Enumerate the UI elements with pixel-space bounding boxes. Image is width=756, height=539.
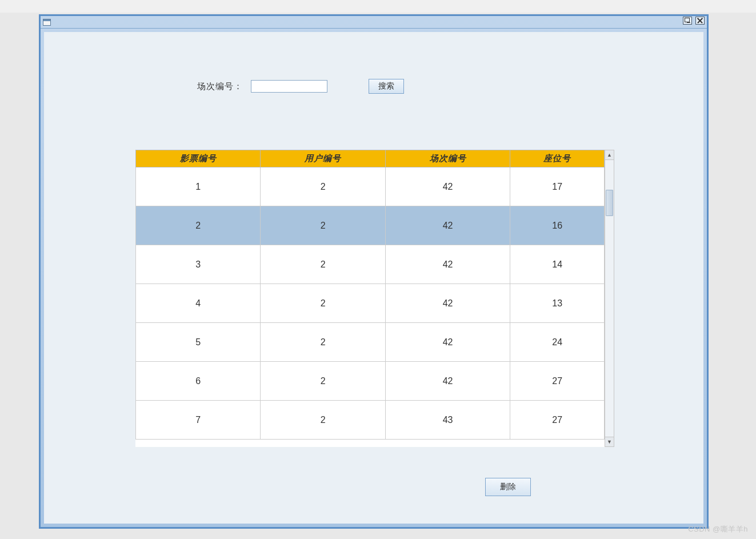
table-cell[interactable]: 42 [385,245,510,284]
session-id-input[interactable] [251,80,327,93]
table-cell[interactable]: 42 [385,206,510,245]
table-cell[interactable]: 2 [261,206,385,245]
table-cell[interactable]: 2 [261,284,385,323]
delete-button[interactable]: 删除 [485,478,531,496]
table-header: 影票编号用户编号场次编号座位号 [136,150,605,167]
table-cell[interactable]: 16 [510,206,605,245]
window-body: 场次编号： 搜索 影票编号用户编号场次编号座位号 124217224216324… [44,32,703,524]
table-cell[interactable]: 3 [136,245,261,284]
session-id-label: 场次编号： [197,81,243,92]
table-cell[interactable]: 42 [385,362,510,401]
table-cell[interactable]: 1 [136,167,261,206]
table-cell[interactable]: 14 [510,245,605,284]
scroll-thumb[interactable] [606,190,613,216]
table-row[interactable]: 624227 [136,362,605,401]
column-header-1[interactable]: 用户编号 [261,150,385,167]
table-row[interactable]: 424213 [136,284,605,323]
titlebar[interactable] [41,16,707,29]
table-cell[interactable]: 2 [261,362,385,401]
table-cell[interactable]: 2 [261,245,385,284]
action-row: 删除 [44,478,703,496]
column-header-2[interactable]: 场次编号 [385,150,510,167]
table-cell[interactable]: 4 [136,284,261,323]
table-row[interactable]: 524224 [136,323,605,362]
table-cell[interactable]: 2 [261,401,385,440]
table-cell[interactable]: 42 [385,323,510,362]
table-cell[interactable]: 6 [136,362,261,401]
internal-frame: 场次编号： 搜索 影票编号用户编号场次编号座位号 124217224216324… [39,14,709,529]
table-cell[interactable]: 2 [261,323,385,362]
table-cell[interactable]: 7 [136,401,261,440]
table-cell[interactable]: 13 [510,284,605,323]
scroll-down-arrow[interactable]: ▼ [605,437,614,446]
table-cell[interactable]: 42 [385,284,510,323]
table-row[interactable]: 124217 [136,167,605,206]
search-row: 场次编号： 搜索 [44,79,703,94]
outer-background [0,0,756,13]
ticket-table-container: 影票编号用户编号场次编号座位号 124217224216324214424213… [135,150,614,447]
table-row[interactable]: 224216 [136,206,605,245]
scroll-up-arrow[interactable]: ▲ [605,150,614,160]
table-cell[interactable]: 2 [136,206,261,245]
window-icon [43,19,51,26]
restore-icon[interactable] [683,17,692,25]
ticket-table-main: 影票编号用户编号场次编号座位号 124217224216324214424213… [135,150,605,447]
table-row[interactable]: 324214 [136,245,605,284]
column-header-0[interactable]: 影票编号 [136,150,261,167]
table-cell[interactable]: 42 [385,167,510,206]
table-cell[interactable]: 27 [510,362,605,401]
table-row[interactable]: 724327 [136,401,605,440]
column-header-3[interactable]: 座位号 [510,150,605,167]
ticket-table: 影票编号用户编号场次编号座位号 124217224216324214424213… [135,150,605,440]
vertical-scrollbar[interactable]: ▲ ▼ [605,150,614,447]
search-button[interactable]: 搜索 [369,79,404,94]
table-cell[interactable]: 43 [385,401,510,440]
table-cell[interactable]: 17 [510,167,605,206]
table-cell[interactable]: 24 [510,323,605,362]
table-cell[interactable]: 5 [136,323,261,362]
table-body: 1242172242163242144242135242246242277243… [136,167,605,440]
window-controls [683,17,705,25]
table-cell[interactable]: 27 [510,401,605,440]
watermark: CSDN @嘶羊羊h [688,524,748,534]
table-cell[interactable]: 2 [261,167,385,206]
close-icon[interactable] [695,17,705,25]
scroll-track[interactable] [605,160,614,437]
